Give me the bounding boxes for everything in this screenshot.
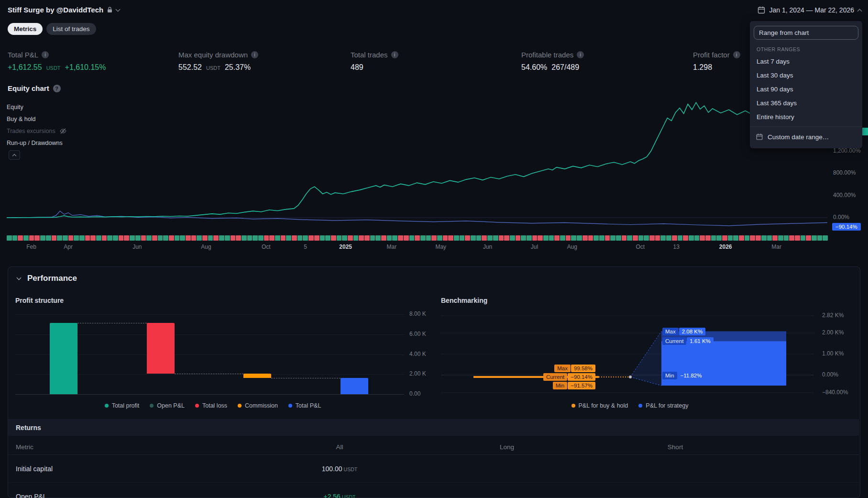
info-icon[interactable]: i (42, 51, 49, 58)
menu-item-entire-history[interactable]: Entire history (750, 110, 862, 124)
equity-chart[interactable] (0, 96, 868, 254)
tab-list-of-trades[interactable]: List of trades (46, 23, 96, 35)
legend-item: Commission (238, 402, 278, 409)
trade-strip-segment (102, 235, 107, 241)
trade-strip-segment (119, 235, 124, 241)
trade-strip-segment (560, 235, 565, 241)
info-icon[interactable]: i (577, 51, 584, 58)
x-axis-label: Jun (132, 243, 142, 250)
menu-item-range-from-chart[interactable]: Range from chart (754, 26, 858, 40)
trade-strip-segment (197, 235, 202, 241)
trade-strip-segment (348, 235, 353, 241)
info-icon[interactable]: i (733, 51, 740, 58)
trade-strip-segment (79, 235, 85, 241)
benchmarking-title: Benchmarking (441, 297, 487, 304)
trade-strip-segment (202, 235, 208, 241)
menu-item-last-7-days[interactable]: Last 7 days (750, 55, 862, 68)
trade-strip-segment (186, 235, 191, 241)
menu-item-last-90-days[interactable]: Last 90 days (750, 82, 862, 96)
calendar-icon (756, 133, 763, 141)
trade-strip-segment (74, 235, 79, 241)
trade-strip-segment (571, 235, 576, 241)
trade-strip-segment (364, 235, 370, 241)
collapse-chart-button[interactable] (9, 150, 20, 160)
trade-strip-segment (767, 235, 772, 241)
trade-strip-segment (398, 235, 403, 241)
trade-strip-segment (465, 235, 470, 241)
trade-strip-segment (778, 235, 783, 241)
trade-strip-segment (297, 235, 303, 241)
trade-strip-segment (40, 235, 45, 241)
date-range-label: Jan 1, 2024 — Mar 22, 2026 (769, 6, 854, 14)
trade-strip-segment (722, 235, 727, 241)
metric-value: 54.60% (521, 63, 547, 72)
trade-strip-segment (158, 235, 163, 241)
x-axis-label: 2025 (339, 243, 352, 250)
trade-strip-segment (689, 235, 694, 241)
legend-item: Open P&L (150, 402, 185, 409)
strategy-title-row[interactable]: Stiff Surge by @DaviddTech (8, 6, 120, 14)
trade-strip-segment (504, 235, 509, 241)
column-short: Short (604, 443, 747, 450)
table-row-initial-capital: Initial capital 100.00USDT (8, 455, 859, 483)
legend-item-equity[interactable]: Equity (7, 101, 67, 113)
eye-off-icon[interactable] (59, 127, 67, 135)
trade-strip-segment (387, 235, 392, 241)
trade-strip-segment (337, 235, 342, 241)
benchmarking-legend: P&L for buy & hold P&L for strategy (441, 402, 819, 409)
trade-strip-segment (426, 235, 431, 241)
tab-metrics[interactable]: Metrics (8, 23, 43, 35)
trade-strip-segment (728, 235, 733, 241)
menu-item-last-30-days[interactable]: Last 30 days (750, 68, 862, 82)
trade-strip-segment (660, 235, 666, 241)
info-icon[interactable]: i (251, 51, 258, 58)
trade-strip-segment (325, 235, 330, 241)
trade-strip-segment (795, 235, 800, 241)
menu-item-custom-date-range[interactable]: Custom date range… (750, 129, 862, 144)
returns-table-header: Metric All Long Short (8, 439, 859, 455)
metric-value: 552.52 (178, 63, 202, 72)
trade-strip-segment (482, 235, 487, 241)
trade-strip-segment (789, 235, 794, 241)
trade-strip-segment (532, 235, 538, 241)
menu-item-last-365-days[interactable]: Last 365 days (750, 96, 862, 110)
trade-strip-segment (236, 235, 241, 241)
trade-strip-segment (292, 235, 297, 241)
help-icon[interactable]: ? (53, 85, 61, 92)
trade-strip-segment (582, 235, 588, 241)
row-value-all: +2.56USDT (268, 493, 411, 498)
trade-strip-segment (208, 235, 213, 241)
trade-strip-segment (130, 235, 135, 241)
trade-strip-segment (510, 235, 515, 241)
trade-strip (7, 235, 827, 241)
trade-strip-segment (169, 235, 174, 241)
trade-strip-segment (460, 235, 465, 241)
trade-strip-segment (107, 235, 112, 241)
trade-strip-segment (471, 235, 476, 241)
date-range-button[interactable]: Jan 1, 2024 — Mar 22, 2026 (757, 6, 861, 14)
strategy-min-badge: Min−11.82% (662, 372, 704, 379)
trade-strip-segment (370, 235, 375, 241)
trade-strip-segment (577, 235, 582, 241)
trade-strip-segment (18, 235, 23, 241)
x-axis-label: 2026 (719, 243, 732, 250)
trade-strip-segment (705, 235, 711, 241)
metric-total-pnl: Total P&Li +1,612.55USDT+1,610.15% (8, 51, 165, 72)
trade-strip-segment (242, 235, 247, 241)
legend-item-trades-excursions[interactable]: Trades excursions (7, 125, 67, 137)
trade-strip-segment (219, 235, 224, 241)
trade-strip-segment (566, 235, 571, 241)
trade-strip-segment (286, 235, 291, 241)
trade-strip-segment (593, 235, 599, 241)
column-metric: Metric (16, 443, 33, 450)
legend-item-buy-and-hold[interactable]: Buy & hold (7, 113, 67, 125)
chevron-down-icon (17, 275, 22, 280)
legend-item-runup-drawdowns[interactable]: Run-up / Drawdowns (7, 137, 67, 149)
info-icon[interactable]: i (391, 51, 398, 58)
trade-strip-segment (655, 235, 660, 241)
trade-strip-segment (487, 235, 493, 241)
trade-strip-segment (543, 235, 549, 241)
performance-section-header[interactable]: Performance (17, 274, 77, 283)
metric-extra: 267/489 (551, 63, 579, 72)
trade-strip-segment (90, 235, 96, 241)
